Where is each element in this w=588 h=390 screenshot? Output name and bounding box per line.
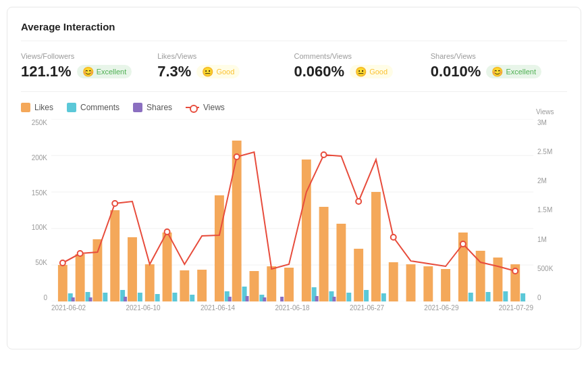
x-axis: 2021-06-02 2021-06-10 2021-06-14 2021-06… <box>21 304 567 312</box>
bar-shares-4 <box>228 297 232 301</box>
y-left-0: 0 <box>43 294 47 301</box>
view-dot-6 <box>321 152 327 157</box>
y-axis-left: 250K 200K 150K 100K 50K 0 <box>21 119 51 301</box>
metric-label-3: Shares/Views <box>431 52 554 60</box>
bar-shares-1 <box>72 297 75 301</box>
bar-shares-5 <box>246 296 249 301</box>
bar-likes-7 <box>163 233 172 301</box>
view-dot-5 <box>234 154 240 160</box>
bar-comments-3 <box>103 293 107 301</box>
legend-label-views: Views <box>203 103 225 112</box>
metric-value-3: 0.010% <box>431 63 481 80</box>
legend-color-shares <box>133 103 142 112</box>
bar-comments-20 <box>520 293 525 301</box>
metric-likes-views: Likes/Views 7.3% 😐 Good <box>157 52 294 80</box>
metric-shares-views: Shares/Views 0.010% 😊 Excellent <box>431 52 567 80</box>
bar-shares-9 <box>333 297 336 301</box>
badge-excellent-0: 😊 Excellent <box>77 65 132 78</box>
chart-svg <box>51 119 533 301</box>
metric-comments-views: Comments/Views 0.060% 😐 Good <box>294 52 431 80</box>
bar-comments-18 <box>486 292 491 301</box>
bar-likes-12 <box>250 271 259 301</box>
chart-area: 250K 200K 150K 100K 50K 0 <box>21 119 567 335</box>
bar-likes-8 <box>180 270 189 301</box>
bar-likes-17 <box>336 224 346 301</box>
bar-shares-6 <box>263 297 266 301</box>
metric-views-followers: Views/Followers 121.1% 😊 Excellent <box>21 52 157 80</box>
metric-label-0: Views/Followers <box>21 52 144 60</box>
bar-shares-3 <box>124 297 127 301</box>
bar-likes-2 <box>76 254 85 301</box>
y-left-200k: 200K <box>32 154 47 162</box>
legend-color-comments <box>67 103 76 112</box>
bar-comments-15 <box>364 290 369 301</box>
legend-shares: Shares <box>133 103 172 112</box>
view-dot-8 <box>391 235 396 240</box>
badge-good-1: 😐 Good <box>196 65 240 78</box>
x-label-2: 2021-06-10 <box>126 304 160 312</box>
x-label-3: 2021-06-14 <box>201 304 235 312</box>
chart-svg-container <box>51 119 533 301</box>
y-left-150k: 150K <box>32 189 47 197</box>
view-dot-2 <box>78 251 83 256</box>
bar-likes-6 <box>145 264 155 301</box>
view-dot-4 <box>165 229 170 235</box>
badge-text-1: Good <box>216 68 234 76</box>
bar-likes-9 <box>197 270 207 301</box>
y-right-0: 0 <box>537 294 541 301</box>
smiley-icon-2: 😐 <box>355 66 367 77</box>
bar-likes-18 <box>354 249 363 301</box>
bar-likes-26 <box>493 258 503 301</box>
metric-label-1: Likes/Views <box>157 52 280 60</box>
y-right-1m: 1M <box>537 236 547 243</box>
view-dot-1 <box>60 260 65 266</box>
x-label-4: 2021-06-18 <box>275 304 309 312</box>
bar-likes-14 <box>284 268 294 301</box>
metrics-row: Views/Followers 121.1% 😊 Excellent Likes… <box>21 52 567 92</box>
y-right-3m: 3M <box>537 119 547 126</box>
smiley-icon-1: 😐 <box>202 66 213 77</box>
bar-comments-16 <box>381 293 386 301</box>
bar-likes-22 <box>423 266 433 301</box>
bar-comments-8 <box>190 295 194 301</box>
bar-likes-15 <box>302 160 311 301</box>
view-dot-3 <box>112 201 117 206</box>
bar-likes-5 <box>128 237 137 301</box>
bar-shares-2 <box>89 297 92 301</box>
x-label-7: 2021-07-29 <box>499 304 533 312</box>
bar-likes-21 <box>406 264 416 301</box>
smiley-icon-0: 😊 <box>82 66 94 77</box>
bar-likes-19 <box>371 192 381 301</box>
bar-likes-3 <box>92 239 102 301</box>
badge-text-0: Excellent <box>97 68 127 76</box>
bar-comments-19 <box>503 291 508 301</box>
x-label-5: 2021-06-27 <box>350 304 384 312</box>
y-right-label: Views <box>536 108 554 116</box>
metric-value-1: 7.3% <box>157 63 191 80</box>
legend-likes: Likes <box>21 103 53 112</box>
y-right-2p5m: 2.5M <box>537 148 552 155</box>
bar-likes-20 <box>389 262 398 301</box>
y-left-50k: 50K <box>35 259 47 266</box>
view-dot-9 <box>460 241 466 247</box>
y-right-500k: 500K <box>537 265 553 272</box>
x-label-1: 2021-06-02 <box>51 304 86 312</box>
bar-likes-23 <box>441 269 450 301</box>
metric-label-2: Comments/Views <box>294 52 417 60</box>
y-right-1p5m: 1.5M <box>537 206 552 214</box>
metric-value-row-0: 121.1% 😊 Excellent <box>21 63 144 80</box>
smiley-icon-3: 😊 <box>491 66 503 77</box>
view-dot-7 <box>356 199 361 204</box>
bar-comments-6 <box>155 294 160 301</box>
bar-likes-11 <box>232 141 242 301</box>
bar-shares-7 <box>280 297 284 301</box>
bar-likes-10 <box>215 195 224 301</box>
card-title: Average Interaction <box>21 21 567 41</box>
bar-likes-1 <box>58 265 68 301</box>
metric-value-row-3: 0.010% 😊 Excellent <box>431 63 554 80</box>
badge-text-3: Excellent <box>506 68 536 76</box>
badge-text-2: Good <box>369 68 387 76</box>
badge-excellent-3: 😊 Excellent <box>486 65 541 78</box>
y-right-2m: 2M <box>537 177 547 185</box>
bar-likes-13 <box>267 266 276 301</box>
